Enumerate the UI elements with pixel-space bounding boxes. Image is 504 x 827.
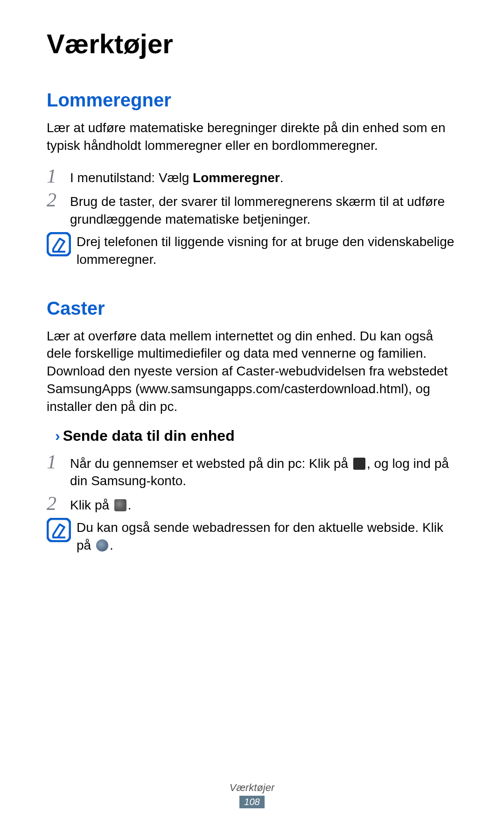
- step-number: 2: [47, 190, 70, 210]
- calc-step-1: 1 I menutilstand: Vælg Lommeregner.: [47, 166, 457, 187]
- send-icon: [114, 499, 126, 511]
- caster-step-2: 2 Klik på .: [47, 494, 457, 514]
- step-number: 1: [47, 166, 70, 186]
- text-fragment: Du kan også sende webadressen for den ak…: [77, 520, 443, 552]
- calc-step-2: 2 Brug de taster, der svarer til lommere…: [47, 190, 457, 228]
- caster-step-1: 1 Når du gennemser et websted på din pc:…: [47, 452, 457, 490]
- caster-subheading-row: › Sende data til din enhed: [47, 427, 457, 445]
- caster-intro: Lær at overføre data mellem internettet …: [47, 327, 457, 416]
- caster-subheading: Sende data til din enhed: [63, 427, 235, 445]
- step-number: 2: [47, 494, 70, 513]
- footer-page-number: 108: [239, 796, 264, 808]
- step-text: I menutilstand: Vælg Lommeregner.: [70, 166, 284, 187]
- calculator-intro: Lær at udføre matematiske beregninger di…: [47, 119, 457, 155]
- step-text: Klik på .: [70, 494, 132, 514]
- section-heading-calculator: Lommeregner: [47, 90, 457, 111]
- footer-section-name: Værktøjer: [0, 782, 504, 794]
- note-icon: [47, 518, 71, 542]
- chevron-right-icon: ›: [55, 427, 60, 445]
- section-heading-caster: Caster: [47, 298, 457, 319]
- text-fragment: .: [110, 538, 113, 552]
- globe-icon: [96, 539, 108, 551]
- note-icon: [47, 232, 71, 256]
- text-bold: Lommeregner: [193, 170, 280, 185]
- caster-icon: [353, 458, 365, 470]
- step-text: Når du gennemser et websted på din pc: K…: [70, 452, 457, 490]
- note-text: Drej telefonen til liggende visning for …: [77, 232, 457, 269]
- note-text: Du kan også sende webadressen for den ak…: [77, 518, 457, 554]
- page-title: Værktøjer: [47, 28, 457, 59]
- text-fragment: Klik på: [70, 498, 113, 512]
- text-fragment: .: [128, 498, 132, 512]
- step-number: 1: [47, 452, 70, 472]
- caster-note: Du kan også sende webadressen for den ak…: [47, 518, 457, 554]
- text-fragment: Når du gennemser et websted på din pc: K…: [70, 456, 352, 471]
- text-fragment: I menutilstand: Vælg: [70, 170, 193, 185]
- text-fragment: .: [280, 170, 284, 185]
- step-text: Brug de taster, der svarer til lommeregn…: [70, 190, 457, 228]
- calc-note: Drej telefonen til liggende visning for …: [47, 232, 457, 269]
- page-footer: Værktøjer 108: [0, 782, 504, 808]
